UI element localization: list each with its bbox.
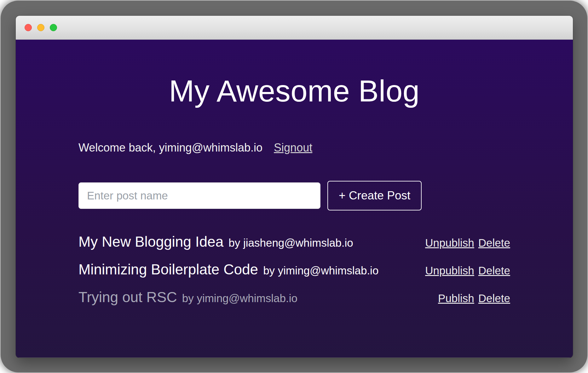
post-byline: by yiming@whimslab.io — [263, 264, 378, 277]
minimize-button[interactable] — [37, 24, 44, 31]
delete-link[interactable]: Delete — [478, 237, 510, 249]
page-title: My Awesome Blog — [16, 40, 573, 108]
post-row: Trying out RSC by yiming@whimslab.io Pub… — [78, 289, 510, 306]
unpublish-link[interactable]: Unpublish — [425, 264, 474, 277]
page-content: My Awesome Blog Welcome back, yiming@whi… — [16, 40, 573, 358]
signout-link[interactable]: Signout — [274, 141, 312, 154]
post-actions: Publish Delete — [438, 292, 510, 305]
post-byline: by jiasheng@whimslab.io — [228, 237, 353, 249]
close-button[interactable] — [25, 24, 32, 31]
main-container: Welcome back, yiming@whimslab.io Signout… — [78, 141, 510, 306]
post-byline: by yiming@whimslab.io — [182, 292, 297, 305]
traffic-lights — [25, 24, 57, 31]
unpublish-link[interactable]: Unpublish — [425, 237, 474, 249]
post-title: Trying out RSC — [78, 289, 177, 306]
window-titlebar[interactable] — [16, 16, 573, 40]
post-name-input[interactable] — [78, 182, 320, 209]
post-row: Minimizing Boilerplate Code by yiming@wh… — [78, 261, 510, 278]
welcome-message: Welcome back, yiming@whimslab.io — [78, 141, 262, 154]
create-post-form: + Create Post — [78, 181, 510, 210]
post-title: Minimizing Boilerplate Code — [78, 261, 258, 278]
delete-link[interactable]: Delete — [478, 264, 510, 277]
create-post-button[interactable]: + Create Post — [327, 181, 422, 210]
publish-link[interactable]: Publish — [438, 292, 474, 305]
zoom-button[interactable] — [50, 24, 57, 31]
post-list: My New Blogging Idea by jiasheng@whimsla… — [78, 233, 510, 306]
post-actions: Unpublish Delete — [425, 237, 510, 249]
post-actions: Unpublish Delete — [425, 264, 510, 277]
user-bar: Welcome back, yiming@whimslab.io Signout — [78, 141, 510, 154]
device-frame: My Awesome Blog Welcome back, yiming@whi… — [1, 1, 587, 372]
post-title: My New Blogging Idea — [78, 233, 223, 250]
post-row: My New Blogging Idea by jiasheng@whimsla… — [78, 233, 510, 250]
app-window: My Awesome Blog Welcome back, yiming@whi… — [16, 16, 573, 358]
delete-link[interactable]: Delete — [478, 292, 510, 305]
